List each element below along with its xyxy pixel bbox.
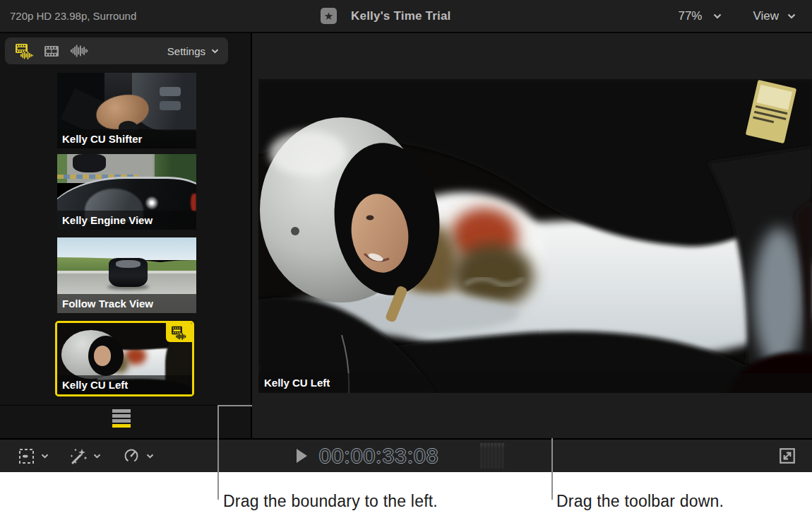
angle-thumbnail-kelly-cu-left-selected[interactable]: Kelly CU Left (55, 321, 194, 396)
bank-selector-button[interactable] (112, 409, 131, 430)
video-angle-label: Kelly CU Left (258, 373, 812, 393)
star-icon: ★ (324, 10, 333, 22)
settings-label: Settings (167, 45, 205, 57)
chevron-down-icon (41, 454, 49, 459)
bank-row (112, 409, 131, 413)
view-label: View (753, 9, 779, 23)
zoom-level-value: 77% (678, 9, 702, 23)
expand-fullscreen-button[interactable] (778, 447, 796, 467)
chevron-down-icon (713, 13, 722, 19)
angle-viewer-toolbar: Settings (5, 37, 228, 64)
zoom-level-dropdown[interactable]: 77% (678, 9, 722, 23)
thumbnail-label: Kelly CU Left (57, 375, 192, 394)
annotation-area: Drag the boundary to the left. Drag the … (0, 472, 812, 523)
settings-dropdown[interactable]: Settings (167, 45, 219, 57)
retime-dropdown[interactable] (123, 440, 154, 472)
audio-only-icon (70, 44, 88, 58)
callout-line-boundary-vertical (217, 405, 219, 500)
project-format-label: 720p HD 23.98p, Surround (10, 0, 136, 32)
callout-text-boundary: Drag the boundary to the left. (223, 492, 438, 511)
meter-bar (480, 443, 483, 469)
thumbnail-label: Kelly CU Shifter (57, 129, 196, 148)
video-frame[interactable]: Kelly CU Left (258, 79, 812, 393)
viewer-overlays-dropdown[interactable] (18, 440, 49, 472)
overlays-icon (18, 448, 35, 464)
callout-text-toolbar: Drag the toolbar down. (556, 492, 724, 511)
callout-line-toolbar-vertical (551, 438, 553, 500)
project-title: Kelly's Time Trial (351, 9, 451, 23)
view-dropdown[interactable]: View (753, 9, 796, 23)
favorite-star-button[interactable]: ★ (321, 8, 337, 24)
bank-row (112, 414, 131, 418)
meter-bar (494, 443, 497, 469)
magic-wand-icon (69, 447, 87, 465)
project-title-group: ★ Kelly's Time Trial (321, 0, 451, 32)
viewer-header-controls: 77% View (678, 0, 796, 32)
audio-meters[interactable] (480, 443, 504, 469)
angle-thumbnail-kelly-engine-view[interactable]: Kelly Engine View (57, 154, 196, 230)
video-only-icon (44, 45, 59, 57)
viewer-bottom-toolbar: 00:00:33:08 (0, 438, 812, 472)
callout-line-boundary-horizontal (217, 405, 252, 406)
thumbnail-label: Follow Track View (57, 294, 196, 313)
viewer-top-bar: 720p HD 23.98p, Surround ★ Kelly's Time … (0, 0, 812, 33)
video-audio-icon (15, 43, 34, 59)
angle-viewer-panel: Settings Kelly CU Shifter Kelly Engine V… (0, 33, 252, 438)
display-mode-audio-only-button[interactable] (69, 42, 89, 59)
chevron-down-icon (146, 454, 154, 459)
thumbnail-label: Kelly Engine View (57, 211, 196, 230)
fcp-window: 720p HD 23.98p, Surround ★ Kelly's Time … (0, 0, 812, 523)
display-mode-video-only-button[interactable] (42, 42, 61, 59)
video-angle-label-bar: Kelly CU Left (258, 373, 812, 393)
meter-bar (501, 443, 504, 469)
enhancements-dropdown[interactable] (69, 440, 101, 472)
meter-bar (487, 443, 490, 469)
active-angle-badge (166, 323, 192, 342)
display-mode-video-audio-button[interactable] (14, 42, 34, 59)
bank-row (112, 419, 131, 423)
bank-separator (0, 405, 251, 406)
play-button[interactable] (297, 449, 307, 463)
video-audio-badge-icon (170, 326, 189, 340)
meter-bar (498, 443, 501, 469)
angle-thumbnail-follow-track-view[interactable]: Follow Track View (57, 237, 196, 313)
chevron-down-icon (787, 13, 796, 19)
meter-bar (491, 443, 494, 469)
expand-icon (778, 447, 796, 465)
speedometer-icon (123, 447, 140, 464)
viewer-panel: Kelly CU Left (252, 33, 812, 438)
angle-thumbnail-kelly-cu-shifter[interactable]: Kelly CU Shifter (57, 73, 196, 148)
chevron-down-icon (211, 49, 219, 54)
bank-row-active (112, 424, 131, 428)
chevron-down-icon (93, 454, 101, 459)
video-image-kelly-cu-left (258, 79, 812, 393)
timecode-display[interactable]: 00:00:33:08 (319, 440, 438, 472)
meter-bar (484, 443, 486, 469)
